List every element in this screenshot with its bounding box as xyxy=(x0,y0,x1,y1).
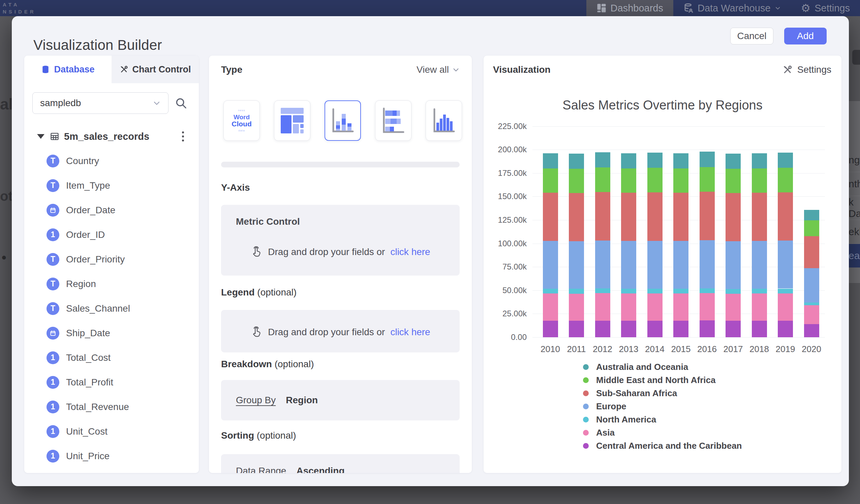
database-select[interactable]: sampledb xyxy=(32,92,169,114)
click-here-link[interactable]: click here xyxy=(390,327,430,337)
backdrop-bullet: ● xyxy=(1,252,7,262)
type-word-cloud[interactable]: ness Word Cloud data xyxy=(224,100,260,141)
bar-segment xyxy=(569,154,584,169)
field-label: Order_ID xyxy=(66,229,105,240)
tools-icon xyxy=(783,65,793,75)
caret-down-icon[interactable] xyxy=(37,134,44,139)
field-label: Unit_Cost xyxy=(66,426,108,437)
legend-item[interactable]: Australia and Oceania xyxy=(583,360,742,374)
cancel-button[interactable]: Cancel xyxy=(730,28,773,44)
number-field-icon: 1 xyxy=(46,450,59,463)
legend-item[interactable]: Middle East and North Africa xyxy=(583,374,742,387)
nav-data-warehouse[interactable]: Data Warehouse xyxy=(673,0,791,16)
click-here-link[interactable]: click here xyxy=(390,247,430,257)
tab-database[interactable]: Database xyxy=(24,56,112,83)
chart-type-picker: ness Word Cloud data xyxy=(224,100,462,141)
bar-segment xyxy=(647,153,662,168)
backdrop-save-icon-fragment xyxy=(852,50,860,65)
bar-segment xyxy=(726,241,741,289)
bar-segment xyxy=(752,289,767,293)
field-label: Total_Profit xyxy=(66,377,113,388)
text-field-icon: T xyxy=(46,155,59,168)
bar-segment xyxy=(778,241,793,288)
type-stacked-bar[interactable] xyxy=(375,100,412,141)
field-Unit_Cost[interactable]: 1 Unit_Cost xyxy=(24,419,199,444)
chart-settings-button[interactable]: Settings xyxy=(783,64,831,75)
bar-segment xyxy=(673,241,688,289)
sort-row[interactable]: Data Range Ascending xyxy=(236,454,345,473)
field-list: T Country T Item_Type Order_Date 1 Order… xyxy=(24,148,199,468)
bar-segment xyxy=(700,320,715,337)
bar-segment xyxy=(700,152,715,167)
field-Total_Profit[interactable]: 1 Total_Profit xyxy=(24,370,199,394)
field-Item_Type[interactable]: T Item_Type xyxy=(24,173,199,198)
search-button[interactable] xyxy=(175,97,187,110)
group-by-label[interactable]: Group By xyxy=(236,395,276,406)
field-label: Country xyxy=(66,156,99,167)
word-cloud-icon: ness Word Cloud data xyxy=(231,107,252,134)
field-Unit_Price[interactable]: 1 Unit_Price xyxy=(24,444,199,468)
database-icon xyxy=(41,65,50,74)
legend-dot-icon xyxy=(583,430,589,436)
legend-item[interactable]: Asia xyxy=(583,426,742,439)
nav-dashboards[interactable]: Dashboards xyxy=(586,0,673,16)
sort-field-label[interactable]: Data Range xyxy=(236,465,286,473)
x-tick-label: 2017 xyxy=(720,344,747,355)
breakdown-heading: Breakdown (optional) xyxy=(221,359,314,370)
metric-drop-zone[interactable]: Metric Control Drag and drop your fields… xyxy=(221,205,460,276)
bar-segment xyxy=(778,321,793,337)
type-row-scrollbar[interactable] xyxy=(221,162,460,168)
table-menu-kebab-icon[interactable] xyxy=(180,129,186,144)
bar-segment xyxy=(778,192,793,241)
backdrop-text-fragment: al xyxy=(0,95,13,113)
chevron-down-icon xyxy=(775,5,781,11)
legend-drop-zone[interactable]: Drag and drop your fields or click here xyxy=(221,310,460,352)
field-Order_Date[interactable]: Order_Date xyxy=(24,198,199,222)
column-chart-icon xyxy=(432,106,456,135)
bar-segment xyxy=(804,305,819,324)
bar-segment xyxy=(621,321,636,337)
group-by-value: Region xyxy=(286,395,318,406)
bar-segment xyxy=(752,293,767,321)
legend-item[interactable]: Europe xyxy=(583,400,742,413)
legend-item[interactable]: North America xyxy=(583,413,742,426)
field-Total_Revenue[interactable]: 1 Total_Revenue xyxy=(24,394,199,419)
tab-database-label: Database xyxy=(54,64,94,75)
field-Sales_Channel[interactable]: T Sales_Channel xyxy=(24,296,199,321)
field-label: Total_Cost xyxy=(66,352,111,363)
type-column-chart[interactable] xyxy=(426,100,462,141)
bar-segment xyxy=(647,168,662,192)
drop-hint-text: Drag and drop your fields or xyxy=(268,247,385,257)
field-Order_ID[interactable]: 1 Order_ID xyxy=(24,222,199,247)
nav-settings[interactable]: ⚙ Settings xyxy=(791,0,860,16)
bar-segment xyxy=(700,167,715,192)
nav-settings-label: Settings xyxy=(815,3,850,14)
field-Region[interactable]: T Region xyxy=(24,272,199,296)
field-Total_Cost[interactable]: 1 Total_Cost xyxy=(24,345,199,370)
legend-heading: Legend (optional) xyxy=(221,287,297,298)
tab-chart-control[interactable]: Chart Control xyxy=(112,56,199,83)
table-name: 5m_sales_records xyxy=(64,131,149,142)
legend-item[interactable]: Sub-Saharan Africa xyxy=(583,387,742,400)
type-stacked-column[interactable] xyxy=(325,100,361,141)
view-all-button[interactable]: View all xyxy=(417,64,460,75)
add-button[interactable]: Add xyxy=(784,28,827,44)
bar-segment xyxy=(621,153,636,169)
bar-segment xyxy=(647,192,662,241)
group-by-row[interactable]: Group By Region xyxy=(236,380,318,420)
legend-item[interactable]: Central America and the Caribbean xyxy=(583,439,742,452)
dashboards-icon xyxy=(597,3,606,13)
chart-legend: Australia and Oceania Middle East and No… xyxy=(583,360,742,452)
type-treemap[interactable] xyxy=(274,100,310,141)
table-tree-row[interactable]: 5m_sales_records xyxy=(32,128,191,145)
legend-dot-icon xyxy=(583,404,589,409)
bar-segment xyxy=(726,294,741,321)
type-heading: Type xyxy=(221,64,242,75)
field-Order_Priority[interactable]: T Order_Priority xyxy=(24,247,199,272)
bar-segment xyxy=(673,321,688,337)
chevron-down-icon xyxy=(452,66,460,73)
legend-label: Australia and Oceania xyxy=(596,362,688,372)
legend-label: Asia xyxy=(596,428,615,438)
field-Country[interactable]: T Country xyxy=(24,148,199,173)
field-Ship_Date[interactable]: Ship_Date xyxy=(24,321,199,345)
